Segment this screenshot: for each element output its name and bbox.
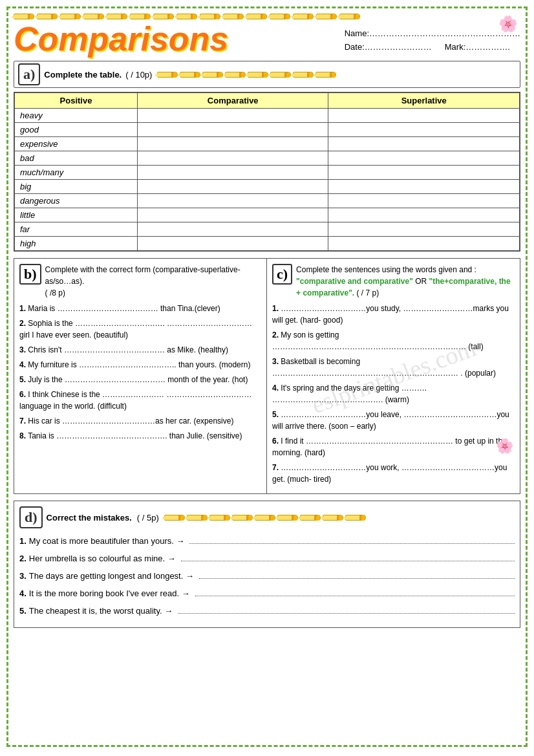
table-row: bad [15,151,520,166]
name-line: Name:……………………………………………… [345,28,520,38]
section-c-label: c) [272,264,292,285]
positive-cell: much/many [15,166,138,180]
header-info: Name:……………………………………………… Date:…………………… Ma… [345,22,520,52]
section-c: c) Complete the sentences using the word… [267,259,520,493]
pencil-decoration-top [14,14,520,19]
list-item: 3. Basketball is becoming ……………………………………… [272,356,515,379]
list-item: 1. Maria is ………………………………… than Tina.(cle… [19,303,261,314]
comparative-cell [137,109,328,123]
list-item: 3. Chris isn't ………………………………… as Mike. (h… [19,344,261,356]
section-d: d) Correct the mistakes. ( / 5p) 1.My co… [14,501,520,628]
item-number: 4. [19,589,27,598]
list-item: 7. His car is ………………………………as her car. (e… [19,415,261,427]
section-a-header: a) Complete the table. ( / 10p) [14,61,520,88]
comparative-cell [137,151,328,166]
superlative-cell [328,123,520,137]
item-text: It is the more boring book I've ever rea… [29,589,190,598]
section-d-instruction: Correct the mistakes. [47,513,132,523]
list-item: 1.My coat is more beautifuler than yours… [19,535,515,546]
list-item: 5. July is the ………………………………… month of th… [19,374,261,385]
item-number: 2. [19,554,27,563]
table-row: good [15,123,520,137]
list-item: 6. I think Chinese is the …………………… ……………… [19,389,261,412]
section-d-pencils [164,515,366,521]
section-c-list: 1. ……………………………you study, ………………………marks … [272,303,515,485]
superlative-cell [328,180,520,194]
comparison-table: Positive Comparative Superlative heavygo… [14,92,520,251]
list-item: 4. It's spring and the days are getting … [272,382,515,405]
table-row: far [15,222,520,237]
date-mark-line: Date:…………………… Mark:……………. [345,42,520,52]
col-superlative: Superlative [328,93,520,109]
header: Comparisons Name:……………………………………………… Date… [14,22,520,56]
positive-cell: expensive [15,137,138,151]
section-b-instruction: Complete with the correct form (comparat… [45,264,261,299]
list-item: 4. My furniture is ……………………………….. than y… [19,359,261,371]
answer-line [189,535,515,544]
list-item: 8. Tania is ……………………………………. than Julie. … [19,430,261,442]
table-row: expensive [15,137,520,151]
section-d-points: ( / 5p) [137,513,159,523]
item-text: The cheapest it is, the worst quality. → [29,606,173,616]
item-text: My coat is more beautifuler than yours. … [29,536,185,546]
mark-label: Mark:……………. [445,42,510,52]
section-b-label: b) [19,264,41,285]
section-a-instruction: Complete the table. [44,70,122,80]
col-positive: Positive [15,93,138,109]
comparative-cell [137,123,328,137]
date-label: Date:…………………… [345,42,432,52]
list-item: 2.Her umbrella is so colourful as mine. … [19,552,515,563]
positive-cell: far [15,222,138,237]
section-a-label: a) [18,63,40,85]
comparative-cell [137,222,328,237]
item-number: 3. [19,571,27,581]
answer-line [195,587,515,596]
page-title: Comparisons [14,22,228,56]
list-item: 4.It is the more boring book I've ever r… [19,587,515,598]
superlative-cell [328,194,520,208]
col-comparative: Comparative [137,93,328,109]
positive-cell: good [15,123,138,137]
page-container: 🌸 Comparisons Name:……………………………………………… Da… [6,6,528,747]
section-bc-container: b) Complete with the correct form (compa… [14,258,520,494]
superlative-cell [328,166,520,180]
positive-cell: dangerous [15,194,138,208]
list-item: 3.The days are getting longest and longe… [19,570,515,581]
item-text: The days are getting longest and longest… [29,571,194,581]
superlative-cell [328,208,520,222]
list-item: 2. Sophia is the ………………………….…. ………………………… [19,318,261,341]
list-item: 1. ……………………………you study, ………………………marks … [272,303,515,326]
list-item: 2. My son is getting …………………………………………………… [272,329,515,352]
section-c-instruction-block: Complete the sentences using the words g… [296,264,515,299]
comparative-cell [137,166,328,180]
table-row: much/many [15,166,520,180]
list-item: 6. I find it ………………………………………………… to get … [272,435,515,459]
superlative-cell [328,222,520,237]
table-row: little [15,208,520,222]
flower-decoration: 🌸 [498,15,518,33]
comparative-cell [137,180,328,194]
item-number: 1. [19,536,27,546]
superlative-cell [328,137,520,151]
section-b-header: b) Complete with the correct form (compa… [19,264,261,299]
section-a-pencils [157,72,336,78]
superlative-cell [328,151,520,166]
table-row: big [15,180,520,194]
comparison-table-container: Positive Comparative Superlative heavygo… [14,92,520,252]
superlative-cell [328,109,520,123]
comparative-cell [137,194,328,208]
positive-cell: heavy [15,109,138,123]
positive-cell: big [15,180,138,194]
item-number: 5. [19,606,27,616]
section-d-label: d) [19,506,43,528]
answer-line [199,570,515,579]
comparative-cell [137,208,328,222]
table-header-row: Positive Comparative Superlative [15,93,520,109]
section-d-header: d) Correct the mistakes. ( / 5p) [19,506,515,528]
superlative-cell [328,237,520,251]
section-c-header: c) Complete the sentences using the word… [272,264,515,299]
flower-decoration-2: 🌸 [496,438,513,455]
item-text: Her umbrella is so colourful as mine. → [29,554,176,563]
positive-cell: little [15,208,138,222]
positive-cell: high [15,237,138,251]
